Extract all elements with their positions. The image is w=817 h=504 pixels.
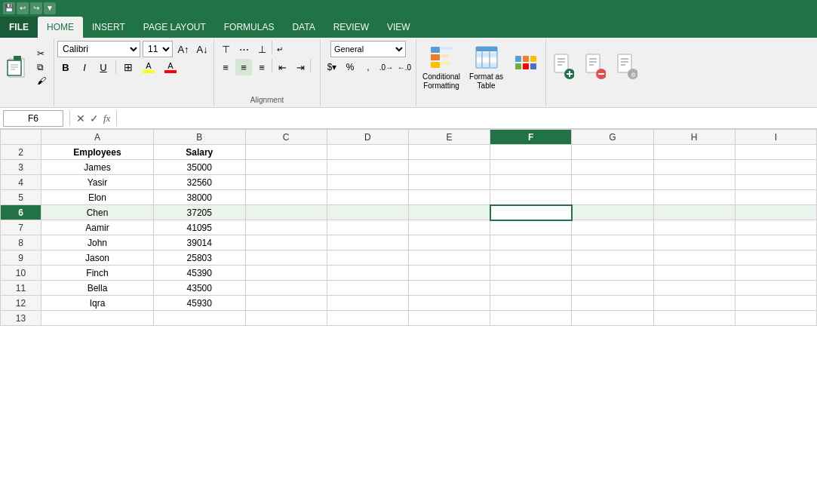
cell-D11[interactable] [327,281,408,296]
cell-A8[interactable]: John [41,235,154,250]
cell-D9[interactable] [327,250,408,266]
name-box[interactable] [3,110,63,127]
align-middle-button[interactable]: ⋯ [235,41,252,57]
cell-G9[interactable] [572,250,653,266]
paste-button[interactable] [3,51,33,81]
col-header-G[interactable]: G [572,130,653,145]
cell-A13[interactable] [41,311,154,326]
font-size-decrease-button[interactable]: A↓ [194,41,210,57]
cell-F11[interactable] [490,281,572,296]
cell-C10[interactable] [245,266,327,281]
col-header-B[interactable]: B [153,130,245,145]
cell-B3[interactable]: 35000 [153,160,245,175]
cell-B7[interactable]: 41095 [153,220,245,235]
wrap-text-button[interactable]: ↵ [274,41,286,57]
tab-home[interactable]: HOME [38,17,83,38]
border-button[interactable]: ⊞ [120,59,137,75]
font-family-select[interactable]: Calibri Arial Times New Roman [57,41,140,57]
font-size-increase-button[interactable]: A↑ [175,41,192,57]
cell-C11[interactable] [245,281,327,296]
cell-I7[interactable] [735,220,816,235]
cell-E9[interactable] [408,250,490,266]
align-top-button[interactable]: ⊤ [217,41,234,57]
cell-C5[interactable] [245,190,327,205]
cell-G12[interactable] [572,296,653,311]
conditional-formatting-button[interactable]: ConditionalFormatting [419,41,463,92]
cell-H12[interactable] [653,296,735,311]
comma-button[interactable]: , [360,59,376,75]
font-size-select[interactable]: 89101112141618 [143,41,173,57]
cell-H4[interactable] [653,175,735,190]
cell-A11[interactable]: Bella [41,281,154,296]
increase-decimal-button[interactable]: ←.0 [396,59,413,75]
cell-E4[interactable] [408,175,490,190]
cell-E6[interactable] [408,205,490,220]
cell-H6[interactable] [653,205,735,220]
cell-D12[interactable] [327,296,408,311]
cell-C6[interactable] [245,205,327,220]
row-header-3[interactable]: 3 [1,160,41,175]
underline-button[interactable]: U [95,59,112,75]
row-header-8[interactable]: 8 [1,235,41,250]
cancel-formula-icon[interactable]: ✕ [76,112,85,124]
col-header-A[interactable]: A [41,130,154,145]
align-center-button[interactable]: ≡ [235,59,252,75]
cell-F10[interactable] [490,266,572,281]
cell-H13[interactable] [653,311,735,326]
cell-B12[interactable]: 45930 [153,296,245,311]
cell-D8[interactable] [327,235,408,250]
cell-D3[interactable] [327,160,408,175]
cell-A10[interactable]: Finch [41,266,154,281]
cell-D13[interactable] [327,311,408,326]
cell-E10[interactable] [408,266,490,281]
cell-A4[interactable]: Yasir [41,175,154,190]
increase-indent-button[interactable]: ⇥ [292,59,309,75]
cell-C3[interactable] [245,160,327,175]
cell-B2[interactable]: Salary [153,145,245,160]
row-header-10[interactable]: 10 [1,266,41,281]
cell-G13[interactable] [572,311,653,326]
cell-D10[interactable] [327,266,408,281]
tab-page-layout[interactable]: PAGE LAYOUT [134,17,215,38]
cell-I9[interactable] [735,250,816,266]
formula-input[interactable] [123,110,814,127]
confirm-formula-icon[interactable]: ✓ [90,112,99,124]
format-as-table-button[interactable]: Format asTable [466,41,506,92]
cell-F7[interactable] [490,220,572,235]
cell-E11[interactable] [408,281,490,296]
row-header-4[interactable]: 4 [1,175,41,190]
delete-button[interactable] [581,49,610,84]
cell-A9[interactable]: Jason [41,250,154,266]
cell-I4[interactable] [735,175,816,190]
cell-H3[interactable] [653,160,735,175]
tab-insert[interactable]: INSERT [83,17,134,38]
col-header-E[interactable]: E [408,130,490,145]
cell-E13[interactable] [408,311,490,326]
cell-styles-button[interactable] [509,50,542,83]
col-header-C[interactable]: C [245,130,327,145]
insert-button[interactable] [549,49,578,84]
cell-H11[interactable] [653,281,735,296]
cell-I6[interactable] [735,205,816,220]
cell-G7[interactable] [572,220,653,235]
row-header-12[interactable]: 12 [1,296,41,311]
copy-button[interactable]: ⧉ [35,61,51,73]
cell-I2[interactable] [735,145,816,160]
cell-A3[interactable]: James [41,160,154,175]
quick-access-icon[interactable]: ▼ [44,2,56,14]
row-header-7[interactable]: 7 [1,220,41,235]
cell-A12[interactable]: Iqra [41,296,154,311]
cell-F4[interactable] [490,175,572,190]
cell-A5[interactable]: Elon [41,190,154,205]
cell-F2[interactable] [490,145,572,160]
tab-review[interactable]: REVIEW [324,17,378,38]
cell-C2[interactable] [245,145,327,160]
cell-G8[interactable] [572,235,653,250]
font-color-button[interactable]: A [161,59,180,75]
cell-F3[interactable] [490,160,572,175]
cell-G5[interactable] [572,190,653,205]
cell-C9[interactable] [245,250,327,266]
cell-H5[interactable] [653,190,735,205]
cell-D5[interactable] [327,190,408,205]
col-header-I[interactable]: I [735,130,816,145]
